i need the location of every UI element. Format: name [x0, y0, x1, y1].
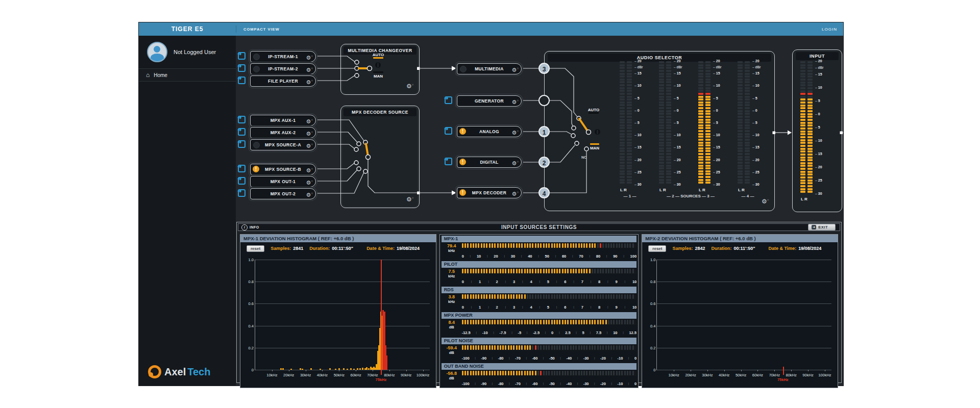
gear-icon[interactable]: ⚙○ — [306, 128, 313, 138]
gear-icon[interactable]: ⚙○ — [306, 52, 313, 62]
source-pill[interactable]: MPX AUX-2⚙○ — [250, 127, 316, 138]
meter-block: OUT BAND NOISE-56.8dB-100|-90|-80|-70|-6… — [442, 363, 637, 386]
histogram-bar — [350, 368, 352, 370]
led-segment — [620, 101, 625, 104]
selector-auto-label[interactable]: AUTO — [587, 108, 600, 112]
led-segment — [666, 127, 671, 129]
gear-icon[interactable]: ⚙○ — [306, 116, 313, 126]
mpx1-reset-button[interactable]: reset — [247, 245, 264, 252]
source-pill[interactable]: !MPX SOURCE-B⚙○ — [250, 164, 316, 175]
mpx2-reset-button[interactable]: reset — [648, 245, 666, 252]
selector-knob-icon[interactable] — [594, 129, 601, 135]
led-segment — [627, 84, 632, 86]
led-segment — [608, 345, 609, 350]
scale-label: 2 — [496, 305, 498, 310]
led-segment — [807, 61, 813, 63]
scale-label: 1 — [479, 279, 481, 284]
led-segment — [705, 75, 710, 78]
source-pill[interactable]: MPX AUX-1⚙○ — [250, 115, 316, 126]
led-segment — [800, 116, 805, 118]
meter-tick-label: 10 — [713, 84, 720, 87]
changeover-man-label[interactable]: MAN — [371, 74, 385, 79]
led-segment — [521, 345, 523, 350]
y-axis-label: 0.2 — [249, 345, 255, 350]
gear-icon[interactable]: ⚙○ — [306, 76, 313, 87]
histogram-bar — [300, 368, 301, 370]
led-segment — [698, 179, 703, 181]
led-segment — [508, 320, 509, 324]
led-segment — [800, 154, 805, 156]
led-segment — [738, 61, 743, 63]
source-pill[interactable]: MPX SOURCE-A⚙○ — [250, 139, 316, 150]
x-axis-tick — [774, 370, 775, 371]
channel-pill[interactable]: GENERATOR⚙○ — [457, 95, 522, 107]
gear-icon[interactable]: ⚙○ — [306, 177, 313, 187]
led-segment — [807, 110, 813, 112]
led-segment — [586, 243, 587, 248]
led-segment — [745, 121, 750, 123]
scale-minor-tick: | — [470, 254, 471, 258]
led-segment — [567, 269, 569, 273]
login-button[interactable]: LOGIN — [822, 27, 837, 32]
led-segment — [705, 162, 710, 164]
led-segment — [554, 371, 555, 375]
led-segment — [666, 162, 671, 164]
led-segment — [745, 87, 750, 89]
led-segment — [800, 110, 805, 112]
gear-icon[interactable]: ⚙○ — [512, 188, 519, 198]
meter-scale: 20dBr15105051015202530 — [634, 61, 652, 185]
source-pill[interactable]: IP-STREAM-2⚙○ — [250, 63, 316, 74]
led-segment — [807, 191, 813, 193]
gear-icon[interactable]: ⚙○ — [512, 96, 519, 107]
changeover-knob-icon[interactable] — [375, 62, 381, 68]
source-pill[interactable]: IP-STREAM-1⚙○ — [250, 51, 316, 62]
channel-pill[interactable]: !MPX DECODER⚙○ — [457, 187, 522, 198]
source-pill[interactable]: MPX OUT-1⚙○ — [250, 176, 316, 187]
selector-man-label[interactable]: MAN — [588, 146, 601, 150]
gear-icon[interactable]: ⚙○ — [512, 127, 519, 137]
decoder-gear-icon[interactable]: ⚙○ — [406, 196, 413, 203]
gear-icon[interactable]: ⚙○ — [306, 64, 313, 74]
changeover-man-indicator — [373, 71, 383, 73]
scale-minor-tick: | — [611, 356, 612, 360]
led-segment — [705, 107, 710, 109]
sidebar-item-home[interactable]: ⌂ Home — [139, 68, 236, 82]
histogram-bar — [357, 368, 358, 370]
led-segment — [532, 243, 533, 248]
gear-icon[interactable]: ⚙○ — [306, 189, 313, 199]
meter-tick-label: 15 — [815, 152, 822, 156]
led-segment — [500, 294, 501, 299]
channel-pill[interactable]: !ANALOG⚙○ — [457, 126, 522, 137]
x-axis-tick — [322, 370, 323, 371]
led-segment — [745, 113, 750, 115]
led-segment — [562, 371, 564, 375]
gear-icon[interactable]: ⚙○ — [512, 64, 519, 74]
led-segment — [800, 182, 805, 184]
scale-minor-tick: | — [577, 356, 578, 360]
compact-view-label[interactable]: COMPACT VIEW — [243, 27, 280, 32]
source-pill[interactable]: MPX OUT-2⚙○ — [250, 188, 316, 199]
gear-icon[interactable]: ⚙○ — [512, 158, 519, 168]
led-segment — [745, 101, 750, 104]
led-segment — [600, 269, 601, 273]
channel-pill[interactable]: MULTIMEDIA⚙○ — [457, 63, 522, 74]
led-segment — [475, 345, 477, 350]
led-segment — [659, 179, 664, 181]
scale-label: 0 — [551, 330, 553, 335]
led-segment — [589, 371, 591, 375]
led-segment — [800, 176, 805, 178]
led-segment — [524, 243, 526, 248]
led-segment — [738, 124, 743, 126]
changeover-gear-icon[interactable]: ⚙○ — [406, 83, 413, 90]
led-segment — [620, 61, 625, 63]
scale-minor-tick: | — [475, 356, 476, 360]
scale-label: 70 — [579, 254, 583, 259]
changeover-auto-label[interactable]: AUTO — [371, 53, 385, 57]
led-segment — [605, 294, 607, 299]
channel-pill[interactable]: !DIGITAL⚙○ — [457, 157, 522, 168]
led-segment — [627, 98, 632, 100]
led-segment — [470, 320, 472, 324]
gear-icon[interactable]: ⚙○ — [306, 140, 313, 150]
source-pill[interactable]: FILE PLAYER⚙○ — [250, 75, 316, 87]
gear-icon[interactable]: ⚙○ — [306, 165, 313, 175]
